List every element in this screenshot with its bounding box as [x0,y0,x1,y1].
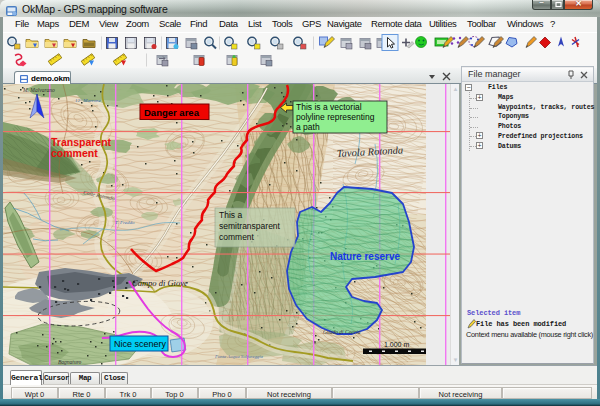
svg-text:Fonte Acqua Solfureggia: Fonte Acqua Solfureggia [214,354,264,359]
svg-text:Campo di Giove: Campo di Giove [132,278,188,288]
svg-text:This a: This a [219,210,242,220]
svg-text:comment: comment [51,147,98,159]
svg-text:12° Marrone: 12° Marrone [75,98,102,103]
svg-text:a path: a path [296,122,320,132]
svg-text:Nature reserve: Nature reserve [330,251,400,262]
svg-text:Guado di Coccia: Guado di Coccia [323,329,361,335]
svg-text:1.000 m: 1.000 m [384,341,409,348]
svg-text:polyline representing: polyline representing [296,112,375,122]
svg-text:This is a vectorial: This is a vectorial [296,102,362,112]
svg-text:M. Malvarano: M. Malvarano [22,87,55,93]
svg-text:comment: comment [219,232,255,242]
svg-text:semitransparent: semitransparent [219,221,281,231]
svg-text:Danger area: Danger area [144,107,200,118]
svg-text:T. Freddo: T. Freddo [115,220,135,225]
svg-text:Nice scenery: Nice scenery [114,339,167,349]
